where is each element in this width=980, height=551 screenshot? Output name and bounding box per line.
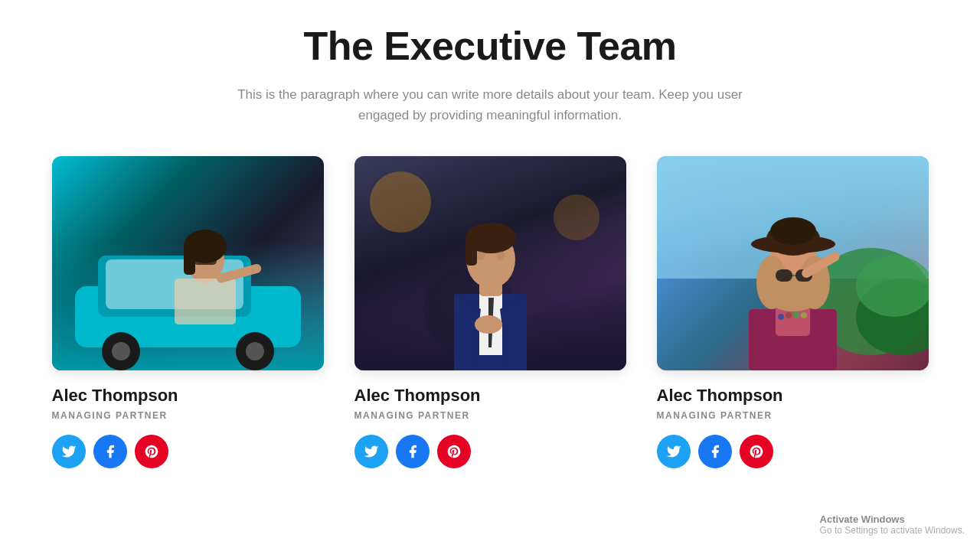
svg-point-14 [554,194,599,240]
member-2-pinterest-button[interactable] [437,435,471,468]
member-2-twitter-button[interactable] [354,435,388,468]
svg-point-38 [764,273,822,311]
team-grid: Alec Thompson MANAGING PARTNER [46,156,934,468]
watermark-subtitle: Go to Settings to activate Windows. [820,525,965,536]
member-1-image [52,156,324,370]
svg-point-4 [112,342,130,360]
member-3-role: MANAGING PARTNER [657,410,929,421]
header-section: The Executive Team This is the paragraph… [46,23,934,126]
twitter-icon [61,444,77,459]
page-wrapper: The Executive Team This is the paragraph… [0,0,980,499]
svg-point-49 [801,312,807,318]
svg-point-46 [778,314,784,320]
member-1-social [52,435,324,468]
page-title: The Executive Team [46,23,934,69]
svg-rect-42 [776,269,792,282]
member-2-facebook-button[interactable] [396,435,430,468]
member-3-name: Alec Thompson [657,386,929,406]
svg-point-48 [793,311,799,318]
member-3-info: Alec Thompson MANAGING PARTNER [657,386,929,468]
twitter-icon-3 [666,444,681,459]
svg-point-21 [475,315,502,334]
watermark: Activate Windows Go to Settings to activ… [820,514,965,536]
team-card-3: Alec Thompson MANAGING PARTNER [657,156,929,468]
team-card-1: Alec Thompson MANAGING PARTNER [52,156,324,468]
svg-point-13 [370,171,431,233]
team-card-2: Alec Thompson MANAGING PARTNER [354,156,626,468]
svg-point-47 [786,312,792,318]
member-1-role: MANAGING PARTNER [52,410,324,421]
pinterest-icon-2 [446,444,462,459]
member-1-twitter-button[interactable] [52,435,86,468]
svg-rect-10 [175,279,236,324]
member-1-name: Alec Thompson [52,386,324,406]
facebook-icon [103,444,118,459]
member-2-info: Alec Thompson MANAGING PARTNER [354,386,626,468]
member-3-facebook-button[interactable] [698,435,732,468]
svg-rect-12 [194,257,217,265]
svg-point-41 [770,217,816,245]
page-subtitle: This is the paragraph where you can writ… [222,84,758,126]
member-1-facebook-button[interactable] [93,435,127,468]
member-2-image [354,156,626,370]
member-1-info: Alec Thompson MANAGING PARTNER [52,386,324,468]
svg-rect-25 [466,239,477,266]
svg-point-27 [497,251,505,260]
svg-point-26 [477,251,485,260]
svg-rect-9 [184,244,195,275]
pinterest-icon-3 [749,444,764,459]
watermark-title: Activate Windows [820,514,965,525]
pinterest-icon [144,444,159,459]
member-1-pinterest-button[interactable] [135,435,168,468]
twitter-icon-2 [364,444,379,459]
member-2-role: MANAGING PARTNER [354,410,626,421]
member-3-twitter-button[interactable] [657,435,691,468]
facebook-icon-3 [707,444,723,459]
svg-point-6 [246,342,264,360]
member-2-name: Alec Thompson [354,386,626,406]
member-2-social [354,435,626,468]
member-3-social [657,435,929,468]
facebook-icon-2 [405,444,420,459]
member-3-image [657,156,929,370]
member-3-pinterest-button[interactable] [740,435,773,468]
